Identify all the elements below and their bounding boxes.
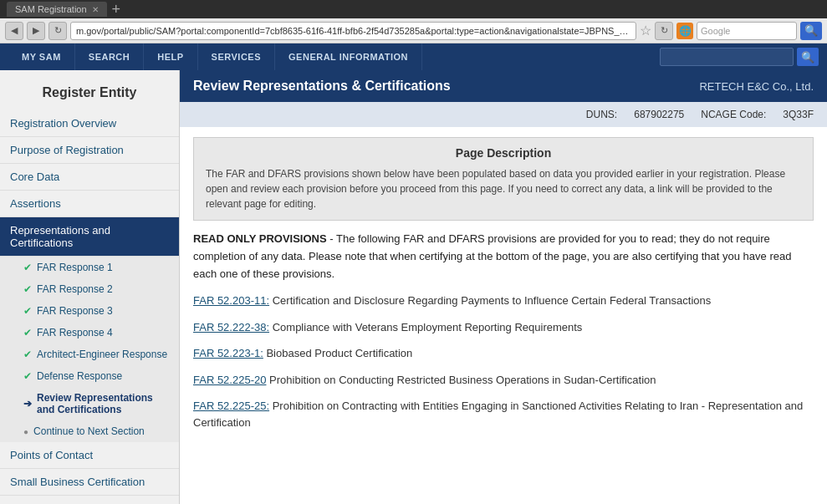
reload-btn[interactable]: ↻ — [655, 22, 673, 40]
browser-icon: 🌐 — [676, 23, 693, 39]
content-entity: RETECH E&C Co., Ltd. — [699, 80, 814, 93]
address-bar-row: ◀ ▶ ↻ m.gov/portal/public/SAM?portal:com… — [0, 18, 827, 43]
content-area: Review Representations & Certifications … — [180, 70, 827, 504]
sidebar: Register Entity Registration Overview Pu… — [0, 70, 180, 504]
browser-search-input[interactable]: Google — [697, 22, 797, 40]
provision-4: FAR 52.225-20 Prohibition on Conducting … — [193, 372, 814, 389]
provision-5-link[interactable]: FAR 52.225-25: — [193, 400, 269, 412]
check-icon-5: ✔ — [23, 349, 32, 360]
defense-response-label: Defense Response — [37, 370, 122, 382]
address-text: m.gov/portal/public/SAM?portal:component… — [76, 26, 630, 36]
tab-label: SAM Registration — [15, 4, 87, 14]
sidebar-sub-defense-response[interactable]: ✔ Defense Response — [0, 365, 179, 387]
provision-2-desc: Compliance with Veterans Employment Repo… — [273, 321, 583, 333]
content-title: Review Representations & Certifications — [193, 79, 451, 94]
nav-general-info[interactable]: GENERAL INFORMATION — [275, 43, 422, 70]
sidebar-item-registration-overview[interactable]: Registration Overview — [0, 110, 179, 137]
provision-5-desc: Prohibition on Contracting with Entities… — [193, 400, 803, 429]
check-icon-4: ✔ — [23, 327, 32, 339]
duns-row: DUNS: 687902275 NCAGE Code: 3Q33F — [180, 102, 827, 127]
arrow-icon: ➔ — [23, 398, 32, 410]
provision-1: FAR 52.203-11: Certification and Disclos… — [193, 293, 814, 309]
provision-3-link[interactable]: FAR 52.223-1: — [193, 347, 263, 359]
sidebar-sub-continue[interactable]: ● Continue to Next Section — [0, 420, 179, 442]
main-layout: Register Entity Registration Overview Pu… — [0, 70, 827, 504]
browser-tab[interactable]: SAM Registration ✕ — [7, 2, 107, 17]
content-header: Review Representations & Certifications … — [180, 70, 827, 102]
sidebar-item-purpose[interactable]: Purpose of Registration — [0, 137, 179, 164]
provision-2-link[interactable]: FAR 52.222-38: — [193, 321, 269, 333]
provision-1-link[interactable]: FAR 52.203-11: — [193, 294, 269, 307]
page-description-box: Page Description The FAR and DFARS provi… — [193, 137, 814, 221]
sidebar-sub-items: ✔ FAR Response 1 ✔ FAR Response 2 ✔ FAR … — [0, 257, 179, 442]
continue-label: Continue to Next Section — [33, 425, 145, 437]
sidebar-item-core-data[interactable]: Core Data — [0, 164, 179, 191]
sidebar-item-points-of-contact[interactable]: Points of Contact — [0, 442, 179, 469]
check-icon-1: ✔ — [23, 262, 32, 273]
top-search-input[interactable] — [660, 48, 794, 66]
duns-value: 687902275 — [634, 109, 684, 120]
page-desc-text: The FAR and DFARS provisions shown below… — [206, 166, 801, 211]
sidebar-sub-architect-response[interactable]: ✔ Architect-Engineer Response — [0, 344, 179, 365]
sidebar-sub-far-response-2[interactable]: ✔ FAR Response 2 — [0, 278, 179, 300]
refresh-button[interactable]: ↻ — [48, 22, 67, 40]
provision-2: FAR 52.222-38: Compliance with Veterans … — [193, 319, 814, 336]
star-icon[interactable]: ☆ — [640, 23, 651, 38]
top-navigation: MY SAM SEARCH HELP SERVICES GENERAL INFO… — [0, 43, 827, 70]
new-tab-icon[interactable]: + — [112, 1, 121, 18]
top-search-area: 🔍 — [660, 48, 819, 66]
check-icon-2: ✔ — [23, 283, 32, 295]
architect-response-label: Architect-Engineer Response — [37, 349, 167, 360]
provision-5: FAR 52.225-25: Prohibition on Contractin… — [193, 398, 814, 430]
sidebar-sub-review-representations[interactable]: ➔ Review Representations and Certificati… — [0, 387, 179, 420]
far-response-1-label: FAR Response 1 — [37, 262, 113, 273]
sidebar-sub-far-response-4[interactable]: ✔ FAR Response 4 — [0, 322, 179, 344]
nav-services[interactable]: SERVICES — [198, 43, 275, 70]
nav-mysam[interactable]: MY SAM — [8, 43, 75, 70]
provisions-list: FAR 52.203-11: Certification and Disclos… — [193, 293, 814, 430]
provision-3: FAR 52.223-1: Biobased Product Certifica… — [193, 345, 814, 362]
provision-3-desc: Biobased Product Certification — [266, 347, 412, 359]
far-response-2-label: FAR Response 2 — [37, 283, 113, 295]
sidebar-item-small-business[interactable]: Small Business Certification — [0, 469, 179, 496]
ncage-value: 3Q33F — [783, 109, 814, 120]
check-icon-3: ✔ — [23, 305, 32, 317]
duns-label: DUNS: — [586, 109, 617, 120]
search-placeholder: Google — [701, 26, 730, 36]
browser-search-button[interactable]: 🔍 — [800, 22, 822, 40]
review-representations-label: Review Representations and Certification… — [37, 392, 169, 415]
sidebar-sub-far-response-1[interactable]: ✔ FAR Response 1 — [0, 257, 179, 278]
far-response-4-label: FAR Response 4 — [37, 327, 113, 339]
nav-search[interactable]: SEARCH — [75, 43, 144, 70]
far-response-3-label: FAR Response 3 — [37, 305, 113, 317]
sidebar-item-representations[interactable]: Representations and Certifications — [0, 217, 179, 257]
nav-help[interactable]: HELP — [144, 43, 197, 70]
page-desc-title: Page Description — [206, 146, 801, 160]
sidebar-sub-far-response-3[interactable]: ✔ FAR Response 3 — [0, 300, 179, 322]
provision-4-desc: Prohibition on Conducting Restricted Bus… — [269, 374, 656, 386]
forward-button[interactable]: ▶ — [27, 22, 45, 40]
back-button[interactable]: ◀ — [5, 22, 23, 40]
provision-1-desc: Certification and Disclosure Regarding P… — [273, 294, 712, 307]
top-search-button[interactable]: 🔍 — [797, 48, 819, 66]
circle-icon: ● — [23, 427, 28, 436]
read-only-notice: READ ONLY PROVISIONS - The following FAR… — [193, 231, 814, 283]
sidebar-title: Register Entity — [0, 79, 179, 110]
check-icon-6: ✔ — [23, 370, 32, 382]
close-tab-icon[interactable]: ✕ — [92, 5, 99, 14]
provision-4-link[interactable]: FAR 52.225-20 — [193, 374, 266, 386]
browser-bar: SAM Registration ✕ + — [0, 0, 827, 18]
ncage-label: NCAGE Code: — [701, 109, 766, 120]
address-input[interactable]: m.gov/portal/public/SAM?portal:component… — [70, 22, 636, 40]
sidebar-item-assertions[interactable]: Assertions — [0, 191, 179, 217]
read-only-text: READ ONLY PROVISIONS — [193, 232, 327, 245]
